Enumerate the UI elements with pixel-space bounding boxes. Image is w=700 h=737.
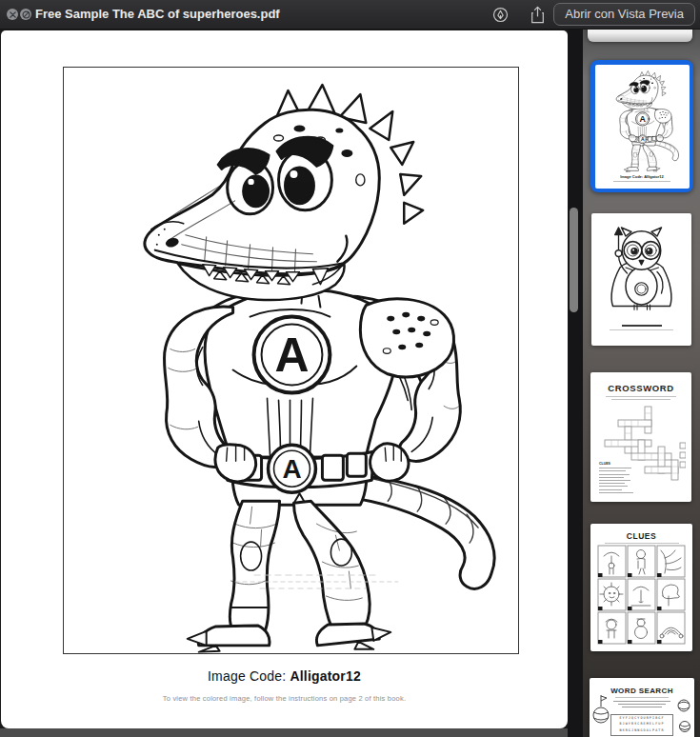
planet-doodle bbox=[675, 697, 692, 714]
thumbnail-crossword-page[interactable]: CROSSWORD bbox=[590, 372, 691, 502]
word-list-line bbox=[622, 707, 662, 707]
window-bottom-band bbox=[0, 728, 569, 737]
subtitle-line bbox=[615, 697, 669, 698]
image-code-caption: Image Code: Alligator12 bbox=[1, 668, 568, 684]
thumbnail-alligator-page: Image Code: Alligator12 bbox=[595, 65, 690, 189]
clue-line bbox=[599, 480, 630, 481]
thumbnail-note-line bbox=[610, 329, 673, 330]
markup-icon[interactable] bbox=[490, 5, 510, 24]
alligator-superhero-drawing bbox=[64, 68, 518, 653]
scrollbar-track bbox=[568, 29, 583, 737]
ball-doodle bbox=[678, 720, 691, 733]
clues-title: CLUES bbox=[590, 524, 692, 541]
thumbnail-clues-page[interactable]: CLUES bbox=[590, 524, 692, 651]
clue-line bbox=[599, 477, 624, 478]
globe-flag-doodle bbox=[591, 693, 610, 726]
clues-grid-art bbox=[597, 545, 686, 646]
thumbnail-page-partial[interactable] bbox=[588, 29, 692, 42]
alligator-thumbnail-art bbox=[602, 68, 683, 172]
thumbnail-caption: Image Code: Alligator12 bbox=[595, 174, 690, 179]
coloring-image-frame bbox=[63, 67, 519, 654]
quicklook-window: { "window": { "title": "Free Sample The … bbox=[0, 0, 700, 737]
thumbnail-sidebar: Image Code: Alligator12 CROSSWORD bbox=[583, 29, 700, 737]
clue-line bbox=[599, 483, 625, 484]
subtitle-line bbox=[606, 396, 676, 397]
pdf-page-view: Image Code: Alligator12 To view the colo… bbox=[1, 30, 568, 728]
blocked-glyph bbox=[22, 10, 30, 19]
wordsearch-letter-grid: EYFJQCYOURPIBGF BJWYRSCREMELFUP NSRGJNNG… bbox=[610, 714, 673, 736]
thumbnail-wordsearch-page[interactable]: WORD SEARCH EYFJQCYOURPIBGF BJWYRSCREMEL… bbox=[590, 678, 694, 737]
caption-code: Alligator12 bbox=[290, 668, 361, 684]
subtitle-line bbox=[611, 399, 670, 400]
clue-line bbox=[599, 492, 633, 493]
titlebar: Free Sample The ABC of superheroes.pdf A… bbox=[0, 0, 700, 30]
scrollbar-thumb[interactable] bbox=[570, 208, 578, 312]
crossword-title: CROSSWORD bbox=[590, 372, 691, 393]
share-glyph bbox=[530, 6, 545, 24]
clue-line bbox=[599, 468, 631, 468]
clue-line bbox=[599, 474, 630, 475]
clues-heading: CLUES bbox=[599, 462, 639, 466]
owl-superhero-art bbox=[606, 223, 677, 318]
close-glyph bbox=[10, 11, 16, 18]
thumbnail-alligator-selected[interactable]: Image Code: Alligator12 bbox=[590, 60, 693, 192]
open-with-preview-button[interactable]: Abrir con Vista Previa bbox=[553, 3, 695, 26]
thumbnail-note-line bbox=[613, 181, 670, 182]
letter-row: BJWYRSCREMELFUP bbox=[611, 721, 672, 727]
blocked-icon[interactable] bbox=[20, 9, 31, 20]
subtitle-line bbox=[605, 543, 679, 544]
share-icon[interactable] bbox=[528, 5, 547, 24]
word-list-line bbox=[618, 704, 666, 705]
clue-line bbox=[599, 470, 626, 471]
crossword-clue-list: CLUES bbox=[599, 462, 639, 493]
clue-line bbox=[599, 489, 622, 490]
markup-glyph bbox=[492, 7, 509, 23]
window-title: Free Sample The ABC of superheroes.pdf bbox=[35, 0, 280, 29]
thumbnail-caption-line bbox=[622, 325, 662, 327]
close-icon[interactable] bbox=[7, 9, 18, 20]
thumbnail-owl-page[interactable] bbox=[591, 213, 691, 346]
caption-prefix: Image Code: bbox=[208, 668, 290, 684]
clue-line bbox=[599, 486, 628, 487]
caption-note: To view the colored image, follow the in… bbox=[1, 694, 568, 703]
letter-row: NSRGJNNGOALPATR bbox=[611, 727, 672, 733]
word-list-line bbox=[613, 701, 670, 702]
